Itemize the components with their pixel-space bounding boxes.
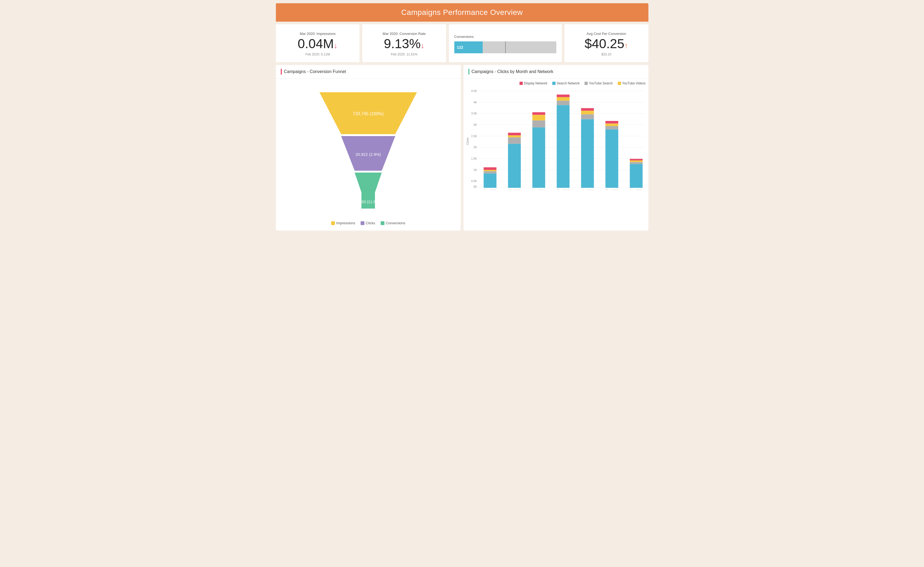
svg-text:1.5K: 1.5K (471, 157, 477, 160)
page-title: Campaigns Performance Overview (276, 8, 649, 17)
impressions-label: Mar 2020: Impressions (300, 32, 336, 36)
bar-sep-search (483, 173, 496, 188)
bar-mar-yt-video (630, 160, 643, 162)
funnel-accent (281, 69, 282, 75)
bar-sep-yt-search (483, 171, 496, 174)
legend-dot-impressions (331, 221, 335, 225)
bar-dec-yt-video (557, 97, 569, 100)
funnel-panel: Campaigns - Conversion Funnel 733,745 (1… (276, 65, 461, 231)
kpi-conversions: Conversions 122 (449, 24, 562, 62)
conv-rate-sub: Feb 2020: 11.61% (391, 52, 417, 56)
main-row: Campaigns - Conversion Funnel 733,745 (1… (276, 65, 649, 231)
funnel-legend: Impressions Clicks Conversions (331, 221, 405, 225)
legend-display-network: Display Network (519, 81, 548, 85)
bar-feb-yt-video (605, 124, 618, 126)
svg-text:1K: 1K (474, 168, 477, 171)
svg-text:0.5K: 0.5K (471, 180, 477, 183)
bar-jan-yt-video (581, 111, 594, 114)
bar-feb-display (605, 121, 618, 123)
funnel-svg: 733,745 (100%) 20,922 (2.9%) 2,493 (11.9… (312, 87, 425, 217)
bar-sep-display (483, 167, 496, 170)
legend-label-clicks: Clicks (366, 221, 375, 225)
avg-cost-value: $40.25↑ (584, 38, 628, 50)
svg-text:3.5K: 3.5K (471, 112, 477, 115)
avg-cost-label: Avg Cost Per Conversion (587, 32, 626, 36)
legend-conversions: Conversions (381, 221, 405, 225)
conversions-bar-divider (505, 41, 506, 53)
legend-label-display: Display Network (524, 81, 548, 85)
bar-jan-search (581, 119, 594, 188)
funnel-label-clicks: 20,922 (2.9%) (355, 152, 381, 157)
svg-text:Sep 2019: Sep 2019 (484, 189, 496, 190)
legend-sq-yt-search (584, 82, 588, 85)
svg-text:Dec 2019: Dec 2019 (557, 189, 569, 190)
conversions-bar: 122 (454, 41, 556, 53)
svg-text:4K: 4K (474, 101, 477, 104)
bar-dec-display (557, 94, 569, 97)
bar-feb-search (605, 129, 618, 188)
svg-text:Oct 2019: Oct 2019 (509, 189, 520, 190)
svg-text:Mar 2020: Mar 2020 (630, 189, 642, 190)
bar-dec-yt-search (557, 100, 569, 105)
legend-dot-conversions (381, 221, 384, 225)
svg-text:4.5K: 4.5K (471, 90, 477, 93)
bar-nov-yt-search (532, 120, 545, 128)
legend-impressions: Impressions (331, 221, 355, 225)
chart-legend: Display Network Search Network YouTube S… (466, 81, 646, 85)
page-header: Campaigns Performance Overview (276, 3, 649, 22)
bar-mar-search (630, 164, 643, 188)
impressions-sub: Feb 2020: 0.11M (305, 52, 330, 56)
legend-label-search: Search Network (557, 81, 579, 85)
funnel-label-conversions: 2,493 (11.9%) (356, 200, 380, 204)
conv-rate-trend-icon: ↓ (421, 41, 424, 50)
legend-label-yt-videos: YouTube Videos (622, 81, 646, 85)
bar-oct-yt-search (508, 137, 521, 144)
bar-jan-display (581, 108, 594, 111)
funnel-chart: 733,745 (100%) 20,922 (2.9%) 2,493 (11.9… (278, 81, 458, 228)
legend-sq-search (552, 82, 555, 85)
avg-cost-sub: $33.10 (601, 52, 611, 56)
svg-text:Clicks: Clicks (466, 137, 469, 145)
legend-dot-clicks (361, 221, 364, 225)
bar-chart-panel-header: Campaigns - Clicks by Month and Network (464, 65, 649, 79)
conv-rate-label: Mar 2020: Conversion Rate (382, 32, 426, 36)
svg-text:Jan 2020: Jan 2020 (581, 189, 593, 190)
legend-yt-search: YouTube Search (584, 81, 613, 85)
avg-cost-trend-icon: ↑ (624, 41, 628, 50)
bar-chart-body: Display Network Search Network YouTube S… (464, 79, 649, 191)
bar-mar-yt-search (630, 162, 643, 164)
kpi-conversion-rate: Mar 2020: Conversion Rate 9.13%↓ Feb 202… (362, 24, 446, 62)
bar-oct-display (508, 133, 521, 135)
funnel-panel-header: Campaigns - Conversion Funnel (276, 65, 461, 79)
conversions-label: Conversions (454, 34, 474, 39)
funnel-body: 733,745 (100%) 20,922 (2.9%) 2,493 (11.9… (276, 79, 461, 231)
conversions-value: 122 (457, 45, 463, 50)
kpi-impressions: Mar 2020: Impressions 0.04M↓ Feb 2020: 0… (276, 24, 360, 62)
legend-sq-display (519, 82, 523, 85)
svg-text:2.5K: 2.5K (471, 135, 477, 138)
bar-oct-search (508, 144, 521, 188)
legend-label-impressions: Impressions (336, 221, 355, 225)
legend-clicks: Clicks (361, 221, 375, 225)
legend-sq-yt-videos (618, 82, 621, 85)
conversions-bar-filled: 122 (454, 41, 483, 53)
bar-sep-yt-video (483, 170, 496, 171)
funnel-seg-conversions (355, 172, 382, 192)
kpi-avg-cost: Avg Cost Per Conversion $40.25↑ $33.10 (564, 24, 649, 62)
svg-text:Nov 2019: Nov 2019 (533, 189, 545, 190)
impressions-trend-icon: ↓ (334, 41, 338, 50)
legend-search-network: Search Network (552, 81, 579, 85)
legend-label-yt-search: YouTube Search (589, 81, 613, 85)
bar-jan-yt-search (581, 114, 594, 119)
bar-chart-panel: Campaigns - Clicks by Month and Network … (464, 65, 649, 231)
svg-text:2K: 2K (474, 146, 477, 149)
bar-oct-yt-video (508, 135, 521, 137)
funnel-label-impressions: 733,745 (100%) (353, 111, 384, 116)
conv-rate-value: 9.13%↓ (384, 38, 424, 50)
bar-mar-display (630, 159, 643, 160)
bar-nov-display (532, 112, 545, 115)
bar-nov-yt-video (532, 115, 545, 120)
legend-label-conversions: Conversions (386, 221, 405, 225)
bar-chart-title: Campaigns - Clicks by Month and Network (472, 69, 553, 74)
impressions-value: 0.04M↓ (298, 38, 338, 50)
